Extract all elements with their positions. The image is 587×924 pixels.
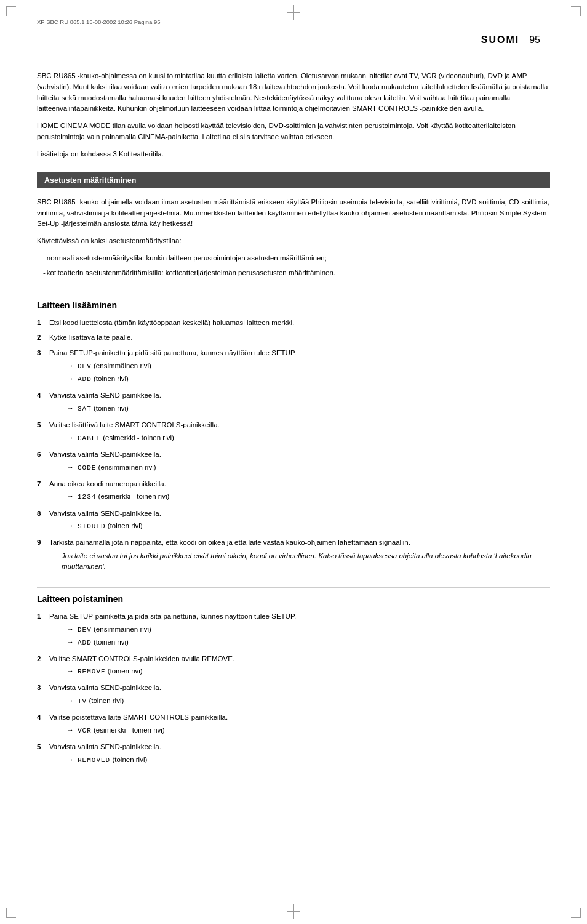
step2-1: 1 Etsi koodiluettelosta (tämän käyttöopp… [37, 318, 550, 329]
arrow-icon: → [66, 462, 74, 473]
step2-3-code2: ADD [78, 374, 92, 385]
page: XP SBC RU 865.1 15-08-2002 10:26 Pagina … [0, 0, 587, 924]
step3-2-code1: REMOVE [78, 667, 106, 677]
step2-7-note1: (esimerkki - toinen rivi) [98, 491, 170, 502]
step2-5-content: Valitse lisättävä laite SMART CONTROLS-p… [49, 420, 550, 445]
step3-2-note1: (toinen rivi) [108, 666, 143, 677]
step3-5-arrow1: → REMOVED (toinen rivi) [66, 754, 550, 766]
step2-5-arrow1: → CABLE (esimerkki - toinen rivi) [66, 432, 550, 444]
arrow-icon: → [66, 373, 74, 385]
step2-5-note1: (esimerkki - toinen rivi) [103, 433, 174, 444]
step2-3-arrow1: → DEV (ensimmäinen rivi) [66, 360, 550, 372]
arrow-icon: → [66, 725, 74, 736]
step3-1-note2: (toinen rivi) [94, 637, 129, 648]
section1-bullet1: normaali asetustenmääritystila: kunkin l… [37, 253, 550, 264]
step2-2-num: 2 [37, 332, 49, 343]
step2-7-arrow1: → 1234 (esimerkki - toinen rivi) [66, 491, 550, 502]
step2-5-code1: CABLE [78, 433, 101, 444]
step3-5-code1: REMOVED [78, 755, 110, 766]
step3-3-code1: TV [78, 696, 87, 707]
crosshair-bottom [287, 904, 300, 919]
step3-2: 2 Valitse SMART CONTROLS-painikkeiden av… [37, 654, 550, 679]
step3-1-content: Paina SETUP-painiketta ja pidä sitä pain… [49, 611, 550, 649]
step3-3-note1: (toinen rivi) [89, 696, 124, 707]
step2-8-note1: (toinen rivi) [108, 521, 143, 532]
section3-heading: Laitteen poistaminen [37, 587, 550, 604]
step3-1-code1: DEV [78, 625, 92, 635]
step2-8-arrow1: → STORED (toinen rivi) [66, 520, 550, 532]
crop-mark-tr [571, 6, 581, 16]
step2-5: 5 Valitse lisättävä laite SMART CONTROLS… [37, 420, 550, 445]
step3-4: 4 Valitse poistettava laite SMART CONTRO… [37, 712, 550, 737]
crop-mark-bl [6, 908, 16, 918]
step2-4-arrow1: → SAT (toinen rivi) [66, 403, 550, 414]
step2-4-code1: SAT [78, 404, 92, 414]
section1-title: Asetusten määrittäminen [44, 176, 136, 185]
step2-4-note1: (toinen rivi) [94, 403, 129, 414]
step2-4-content: Vahvista valinta SEND-painikkeella. → SA… [49, 390, 550, 416]
step2-6-code1: CODE [78, 463, 96, 473]
step2-3-content: Paina SETUP-painiketta ja pidä sitä pain… [49, 348, 550, 386]
step3-3-content: Vahvista valinta SEND-painikkeella. → TV… [49, 683, 550, 708]
step3-5-content: Vahvista valinta SEND-painikkeella. → RE… [49, 742, 550, 767]
step2-7-num: 7 [37, 479, 49, 490]
step2-7: 7 Anna oikea koodi numeropainikkeilla. →… [37, 479, 550, 504]
section1-bullet2: kotiteatterin asetustenmäärittämistila: … [37, 268, 550, 279]
step2-4: 4 Vahvista valinta SEND-painikkeella. → … [37, 390, 550, 416]
section1-para2: Käytettävissä on kaksi asetustenmääritys… [37, 236, 550, 247]
section1-para1: SBC RU865 -kauko-ohjaimella voidaan ilma… [37, 197, 550, 230]
step2-6: 6 Vahvista valinta SEND-painikkeella. → … [37, 449, 550, 475]
section1-bullets: normaali asetustenmääritystila: kunkin l… [37, 253, 550, 279]
arrow-icon: → [66, 432, 74, 444]
arrow-icon: → [66, 637, 74, 648]
arrow-icon: → [66, 754, 74, 766]
step3-2-content: Valitse SMART CONTROLS-painikkeiden avul… [49, 654, 550, 679]
arrow-icon: → [66, 665, 74, 677]
step2-6-arrow1: → CODE (ensimmäinen rivi) [66, 462, 550, 473]
step3-4-note1: (esimerkki - toinen rivi) [94, 725, 165, 736]
step3-1-note1: (ensimmäinen rivi) [94, 624, 151, 635]
arrow-icon: → [66, 360, 74, 372]
step2-8-content: Vahvista valinta SEND-painikkeella. → ST… [49, 508, 550, 534]
step2-6-content: Vahvista valinta SEND-painikkeella. → CO… [49, 449, 550, 475]
arrow-icon: → [66, 403, 74, 414]
step2-3-note2: (toinen rivi) [94, 374, 129, 385]
step3-3-arrow1: → TV (toinen rivi) [66, 695, 550, 707]
step2-3-arrow2: → ADD (toinen rivi) [66, 373, 550, 385]
step3-4-content: Valitse poistettava laite SMART CONTROLS… [49, 712, 550, 737]
step2-3-num: 3 [37, 348, 49, 359]
step2-1-num: 1 [37, 318, 49, 329]
step3-1: 1 Paina SETUP-painiketta ja pidä sitä pa… [37, 611, 550, 649]
step2-3-note1: (ensimmäinen rivi) [94, 361, 151, 372]
section1-title-box: Asetusten määrittäminen [37, 172, 550, 188]
step3-2-arrow1: → REMOVE (toinen rivi) [66, 665, 550, 677]
arrow-icon: → [66, 624, 74, 635]
arrow-icon: → [66, 520, 74, 532]
section2-steps: 1 Etsi koodiluettelosta (tämän käyttöopp… [37, 318, 550, 572]
intro-para1: SBC RU865 -kauko-ohjaimessa on kuusi toi… [37, 71, 550, 114]
step3-2-num: 2 [37, 654, 49, 665]
step3-3: 3 Vahvista valinta SEND-painikkeella. → … [37, 683, 550, 708]
intro-para3: Lisätietoja on kohdassa 3 Kotiteatteriti… [37, 149, 550, 160]
step3-1-arrow1: → DEV (ensimmäinen rivi) [66, 624, 550, 635]
step2-9: 9 Tarkista painamalla jotain näppäintä, … [37, 537, 550, 572]
crop-mark-tl [6, 6, 16, 16]
step2-9-note: Jos laite ei vastaa tai jos kaikki paini… [62, 551, 550, 572]
step2-4-num: 4 [37, 390, 49, 401]
step3-4-code1: VCR [78, 726, 92, 736]
step2-8-num: 8 [37, 508, 49, 520]
step2-9-content: Tarkista painamalla jotain näppäintä, et… [49, 537, 550, 572]
step3-5-note1: (toinen rivi) [112, 755, 147, 766]
step2-7-code1: 1234 [78, 492, 96, 502]
page-number: 95 [529, 34, 540, 46]
header-divider [37, 58, 550, 58]
step2-8: 8 Vahvista valinta SEND-painikkeella. → … [37, 508, 550, 534]
section2-heading: Laitteen lisääminen [37, 294, 550, 310]
step3-4-arrow1: → VCR (esimerkki - toinen rivi) [66, 725, 550, 736]
step2-5-num: 5 [37, 420, 49, 431]
step2-2: 2 Kytke lisättävä laite päälle. [37, 332, 550, 343]
arrow-icon: → [66, 491, 74, 502]
doc-header-text: XP SBC RU 865.1 15-08-2002 10:26 Pagina … [37, 18, 161, 25]
intro-para2: HOME CINEMA MODE tilan avulla voidaan he… [37, 121, 550, 143]
step3-5-num: 5 [37, 742, 49, 753]
